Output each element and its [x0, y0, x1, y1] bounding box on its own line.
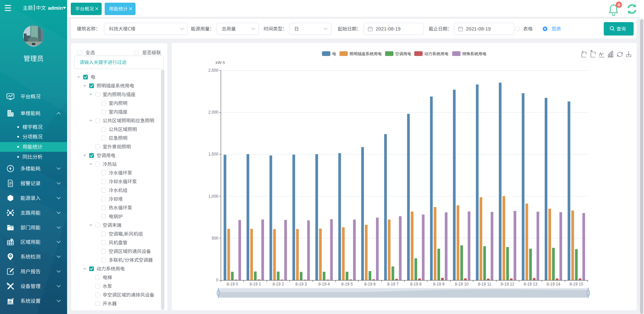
svg-text:kW·h: kW·h — [216, 60, 225, 65]
svg-text:0: 0 — [618, 2, 620, 7]
svg-text:8-19 4: 8-19 4 — [318, 282, 330, 287]
svg-text:8-19 3: 8-19 3 — [296, 282, 307, 287]
svg-text:8-19 7: 8-19 7 — [387, 282, 398, 287]
svg-text:8-19 1: 8-19 1 — [250, 282, 261, 287]
svg-text:8-19 11: 8-19 11 — [478, 282, 491, 287]
svg-text:8-19 14: 8-19 14 — [547, 282, 560, 287]
svg-text:8-19 8: 8-19 8 — [410, 282, 422, 287]
svg-text:2,000: 2,000 — [208, 110, 218, 115]
svg-text:8-19 12: 8-19 12 — [501, 282, 515, 287]
svg-text:8-19 6: 8-19 6 — [364, 282, 376, 287]
svg-text:8-19 15: 8-19 15 — [570, 282, 583, 287]
svg-text:admin: admin — [48, 5, 63, 11]
svg-text:8-19 5: 8-19 5 — [341, 282, 353, 287]
svg-text:8-19 10: 8-19 10 — [455, 282, 469, 287]
svg-text:2,500: 2,500 — [208, 68, 218, 73]
svg-text:8-19 13: 8-19 13 — [524, 282, 537, 287]
svg-text:2021-08-19: 2021-08-19 — [376, 26, 400, 32]
svg-text:1,000: 1,000 — [208, 194, 218, 199]
svg-text:1,500: 1,500 — [208, 152, 218, 156]
svg-text:8-19 9: 8-19 9 — [433, 282, 444, 287]
svg-text:8-19 0: 8-19 0 — [227, 282, 238, 287]
svg-text:8-19 2: 8-19 2 — [272, 282, 284, 287]
svg-text:0: 0 — [216, 278, 218, 282]
svg-text:2021-08-19: 2021-08-19 — [466, 26, 491, 32]
svg-text:500: 500 — [212, 236, 218, 241]
